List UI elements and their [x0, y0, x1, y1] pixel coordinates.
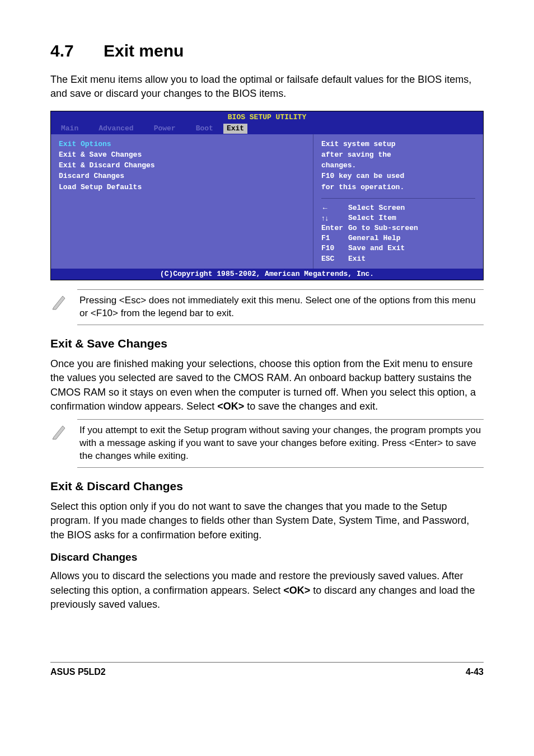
bios-key-hint: F1General Help: [321, 233, 475, 243]
bios-left-panel: Exit Options Exit & Save Changes Exit & …: [51, 134, 313, 269]
bios-tab-boot: Boot: [186, 124, 223, 134]
section-heading: Exit & Discard Changes: [50, 478, 484, 494]
bios-copyright: (C)Copyright 1985-2002, American Megatre…: [51, 269, 483, 280]
intro-paragraph: The Exit menu items allow you to load th…: [50, 73, 484, 101]
pencil-icon: [50, 289, 77, 314]
section-paragraph: Select this option only if you do not wa…: [50, 500, 484, 542]
bios-help-line: for this operation.: [321, 182, 475, 192]
heading-number: 4.7: [50, 39, 104, 63]
note-block: If you attempt to exit the Setup program…: [50, 419, 484, 468]
bios-help-line: after saving the: [321, 150, 475, 160]
bios-right-panel: Exit system setup after saving the chang…: [313, 134, 483, 269]
pencil-icon: [50, 419, 77, 444]
page-footer: ASUS P5LD2 4-43: [50, 662, 484, 678]
bios-tab-advanced: Advanced: [88, 124, 143, 134]
section-heading: Exit & Save Changes: [50, 335, 484, 351]
bios-help-line: Exit system setup: [321, 139, 475, 149]
bios-tabbar: Main Advanced Power Boot Exit: [51, 123, 483, 134]
bios-title: BIOS SETUP UTILITY: [51, 111, 483, 123]
ok-keyword: <OK>: [217, 401, 244, 412]
footer-left: ASUS P5LD2: [50, 666, 106, 678]
bios-screenshot: BIOS SETUP UTILITY Main Advanced Power B…: [50, 111, 484, 280]
bios-key-hint: EnterGo to Sub-screen: [321, 223, 475, 233]
section-paragraph: Once you are finished making your select…: [50, 357, 484, 414]
bios-key-hint: ESCExit: [321, 254, 475, 264]
arrow-updown-icon: ↑↓: [321, 213, 348, 223]
bios-left-title: Exit Options: [59, 139, 305, 149]
section-heading: Discard Changes: [50, 550, 484, 565]
note-text: Pressing <Esc> does not immediately exit…: [77, 289, 484, 325]
bios-menu-item: Exit & Save Changes: [59, 150, 305, 160]
footer-right: 4-43: [466, 666, 484, 678]
page-heading: 4.7Exit menu: [50, 39, 484, 63]
note-block: Pressing <Esc> does not immediately exit…: [50, 289, 484, 325]
bios-key-hint: ←Select Screen: [321, 203, 475, 213]
bios-key-hint: ↑↓Select Item: [321, 213, 475, 223]
bios-help-line: F10 key can be used: [321, 171, 475, 181]
bios-menu-item: Load Setup Defaults: [59, 182, 305, 192]
bios-menu-item: Discard Changes: [59, 171, 305, 181]
bios-key-hint: F10Save and Exit: [321, 243, 475, 253]
arrow-left-icon: ←: [321, 203, 348, 213]
note-text: If you attempt to exit the Setup program…: [77, 419, 484, 468]
bios-menu-item: Exit & Discard Changes: [59, 161, 305, 171]
bios-help-line: changes.: [321, 161, 475, 171]
bios-tab-power: Power: [144, 124, 186, 134]
bios-tab-exit: Exit: [223, 124, 247, 134]
bios-tab-main: Main: [51, 124, 88, 134]
section-paragraph: Allows you to discard the selections you…: [50, 569, 484, 612]
ok-keyword: <OK>: [283, 585, 310, 596]
heading-title: Exit menu: [104, 41, 184, 60]
